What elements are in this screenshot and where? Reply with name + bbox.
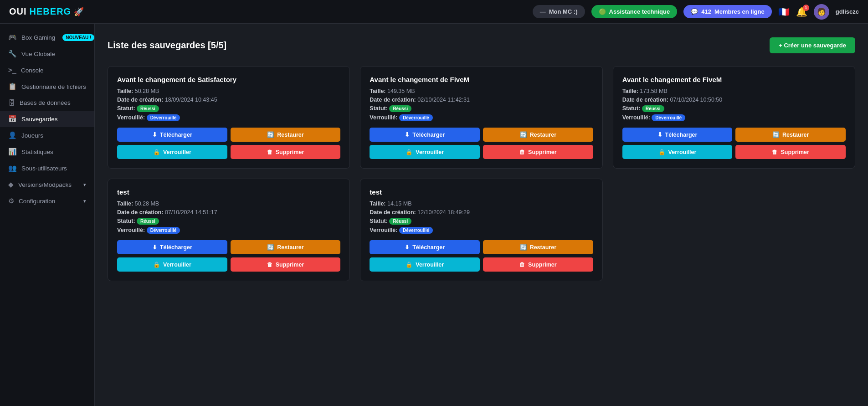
subusers-icon: 👥 bbox=[8, 164, 17, 172]
mc-button[interactable]: — Mon MC :) bbox=[533, 5, 585, 18]
card-2-verrouille: Verrouillé: Déverrouillé bbox=[370, 114, 593, 121]
logo-rocket-icon: 🚀 bbox=[74, 7, 84, 17]
wrench-icon: 🔧 bbox=[8, 50, 17, 58]
lock-badge-1: Déverrouillé bbox=[147, 114, 180, 121]
delete-button-1[interactable]: 🗑 Supprimer bbox=[231, 145, 341, 159]
discord-label: Membres en ligne bbox=[714, 8, 765, 15]
backup-card-1: Avant le changement de Satisfactory Tail… bbox=[108, 66, 350, 169]
card-4-actions-row-1: ⬇ Télécharger 🔄 Restaurer bbox=[117, 240, 340, 254]
create-backup-button[interactable]: + Créer une sauvegarde bbox=[770, 37, 855, 53]
sidebar-item-label-versions: Versions/Modpacks bbox=[18, 181, 72, 188]
delete-button-2[interactable]: 🗑 Supprimer bbox=[483, 145, 593, 159]
card-1-date: Date de création: 18/09/2024 10:43:45 bbox=[117, 97, 340, 103]
card-3-actions-row-1: ⬇ Télécharger 🔄 Restaurer bbox=[622, 128, 846, 142]
logo-oui: OUI bbox=[9, 6, 27, 17]
mc-icon: — bbox=[540, 8, 546, 15]
status-badge-2: Réussi bbox=[389, 105, 411, 112]
card-4-taille: Taille: 50.28 MB bbox=[117, 200, 340, 207]
sidebar-item-label-vue-globale: Vue Globale bbox=[21, 51, 55, 57]
restore-button-3[interactable]: 🔄 Restaurer bbox=[735, 128, 846, 142]
card-4-actions-row-2: 🔒 Verrouiller 🗑 Supprimer bbox=[117, 257, 340, 272]
topnav: OUIHEBERG 🚀 — Mon MC :) 🟢 Assistance tec… bbox=[0, 0, 868, 24]
sidebar-item-versions[interactable]: ◆ Versions/Modpacks ▾ bbox=[0, 176, 94, 193]
config-sub: Configuration ▾ bbox=[19, 198, 86, 205]
sidebar-item-sauvegardes[interactable]: 📅 Sauvegardes bbox=[0, 111, 94, 127]
layout: 🎮 Box Gaming NOUVEAU ! 🔧 Vue Globale >_ … bbox=[0, 24, 868, 406]
card-1-taille: Taille: 50.28 MB bbox=[117, 88, 340, 94]
notification-badge: 1 bbox=[803, 5, 809, 11]
lock-button-5[interactable]: 🔒 Verrouiller bbox=[370, 257, 480, 272]
console-icon: >_ bbox=[8, 66, 16, 74]
card-5-actions: ⬇ Télécharger 🔄 Restaurer 🔒 Verrouiller … bbox=[370, 240, 593, 272]
username[interactable]: gdlisczc bbox=[836, 8, 859, 15]
restore-button-2[interactable]: 🔄 Restaurer bbox=[483, 128, 593, 142]
backup-card-3: Avant le changement de FiveM Taille: 173… bbox=[613, 66, 855, 169]
cards-row-1: Avant le changement de Satisfactory Tail… bbox=[108, 66, 855, 169]
card-4-date: Date de création: 07/10/2024 14:51:17 bbox=[117, 209, 340, 216]
language-flag[interactable]: 🇫🇷 bbox=[778, 6, 790, 17]
gaming-icon: 🎮 bbox=[8, 33, 17, 41]
sidebar-item-databases[interactable]: 🗄 Bases de données bbox=[0, 95, 94, 111]
sidebar-item-label-statistiques: Statistiques bbox=[21, 149, 53, 155]
card-3-taille: Taille: 173.58 MB bbox=[622, 88, 846, 94]
assist-icon: 🟢 bbox=[599, 8, 606, 15]
save-icon: 📅 bbox=[8, 115, 17, 123]
notification-bell[interactable]: 🔔 1 bbox=[796, 6, 807, 17]
delete-button-3[interactable]: 🗑 Supprimer bbox=[735, 145, 846, 159]
lock-badge-2: Déverrouillé bbox=[399, 114, 433, 121]
card-2-actions: ⬇ Télécharger 🔄 Restaurer 🔒 Verrouiller … bbox=[370, 128, 593, 159]
discord-button[interactable]: 💬 412 Membres en ligne bbox=[683, 5, 772, 18]
status-badge-1: Réussi bbox=[137, 105, 159, 112]
stats-icon: 📊 bbox=[8, 148, 17, 156]
lock-button-3[interactable]: 🔒 Verrouiller bbox=[622, 145, 733, 159]
lock-button-4[interactable]: 🔒 Verrouiller bbox=[117, 257, 227, 272]
sidebar-item-box-gaming[interactable]: 🎮 Box Gaming NOUVEAU ! bbox=[0, 29, 94, 46]
download-button-4[interactable]: ⬇ Télécharger bbox=[117, 240, 227, 254]
restore-button-1[interactable]: 🔄 Restaurer bbox=[231, 128, 341, 142]
card-4-actions: ⬇ Télécharger 🔄 Restaurer 🔒 Verrouiller … bbox=[117, 240, 340, 272]
lock-badge-5: Déverrouillé bbox=[399, 227, 433, 234]
sidebar-item-configuration[interactable]: ⚙ Configuration ▾ bbox=[0, 193, 94, 209]
sidebar-item-sous-utilisateurs[interactable]: 👥 Sous-utilisateurs bbox=[0, 160, 94, 176]
new-badge: NOUVEAU ! bbox=[62, 34, 94, 41]
card-3-date: Date de création: 07/10/2024 10:50:50 bbox=[622, 97, 846, 103]
lock-button-1[interactable]: 🔒 Verrouiller bbox=[117, 145, 227, 159]
versions-icon: ◆ bbox=[8, 180, 14, 189]
assist-button[interactable]: 🟢 Assistance technique bbox=[591, 5, 678, 18]
card-2-actions-row-2: 🔒 Verrouiller 🗑 Supprimer bbox=[370, 145, 593, 159]
card-2-actions-row-1: ⬇ Télécharger 🔄 Restaurer bbox=[370, 128, 593, 142]
card-1-actions-row-1: ⬇ Télécharger 🔄 Restaurer bbox=[117, 128, 340, 142]
download-button-5[interactable]: ⬇ Télécharger bbox=[370, 240, 480, 254]
sidebar-item-label-box-gaming: Box Gaming bbox=[21, 34, 55, 41]
cards-row-2: test Taille: 50.28 MB Date de création: … bbox=[108, 179, 855, 281]
db-icon: 🗄 bbox=[8, 99, 15, 107]
sidebar-item-console[interactable]: >_ Console bbox=[0, 62, 94, 78]
versions-sub: Versions/Modpacks ▾ bbox=[18, 181, 86, 188]
sidebar-item-statistiques[interactable]: 📊 Statistiques bbox=[0, 144, 94, 160]
restore-button-5[interactable]: 🔄 Restaurer bbox=[483, 240, 593, 254]
download-button-2[interactable]: ⬇ Télécharger bbox=[370, 128, 480, 142]
chevron-down-icon: ▾ bbox=[83, 182, 86, 188]
lock-badge-4: Déverrouillé bbox=[147, 227, 180, 234]
lock-button-2[interactable]: 🔒 Verrouiller bbox=[370, 145, 480, 159]
card-2-statut: Statut: Réussi bbox=[370, 105, 593, 112]
download-button-3[interactable]: ⬇ Télécharger bbox=[622, 128, 733, 142]
card-3-verrouille: Verrouillé: Déverrouillé bbox=[622, 114, 846, 121]
mc-button-label: Mon MC :) bbox=[549, 8, 578, 15]
sidebar-item-label-joueurs: Joueurs bbox=[21, 132, 43, 139]
download-button-1[interactable]: ⬇ Télécharger bbox=[117, 128, 227, 142]
lock-badge-3: Déverrouillé bbox=[652, 114, 685, 121]
sidebar-item-file-manager[interactable]: 📋 Gestionnaire de fichiers bbox=[0, 78, 94, 95]
status-badge-4: Réussi bbox=[137, 218, 159, 225]
sidebar-item-joueurs[interactable]: 👤 Joueurs bbox=[0, 127, 94, 144]
delete-button-5[interactable]: 🗑 Supprimer bbox=[483, 257, 593, 272]
card-2-title: Avant le changement de FiveM bbox=[370, 76, 593, 83]
card-1-title: Avant le changement de Satisfactory bbox=[117, 76, 340, 83]
card-5-statut: Statut: Réussi bbox=[370, 218, 593, 225]
sidebar-item-vue-globale[interactable]: 🔧 Vue Globale bbox=[0, 46, 94, 62]
delete-button-4[interactable]: 🗑 Supprimer bbox=[231, 257, 341, 272]
avatar[interactable]: 🧑 bbox=[814, 4, 829, 20]
restore-button-4[interactable]: 🔄 Restaurer bbox=[231, 240, 341, 254]
card-2-date: Date de création: 02/10/2024 11:42:31 bbox=[370, 97, 593, 103]
sidebar-item-label-file-manager: Gestionnaire de fichiers bbox=[21, 83, 86, 90]
